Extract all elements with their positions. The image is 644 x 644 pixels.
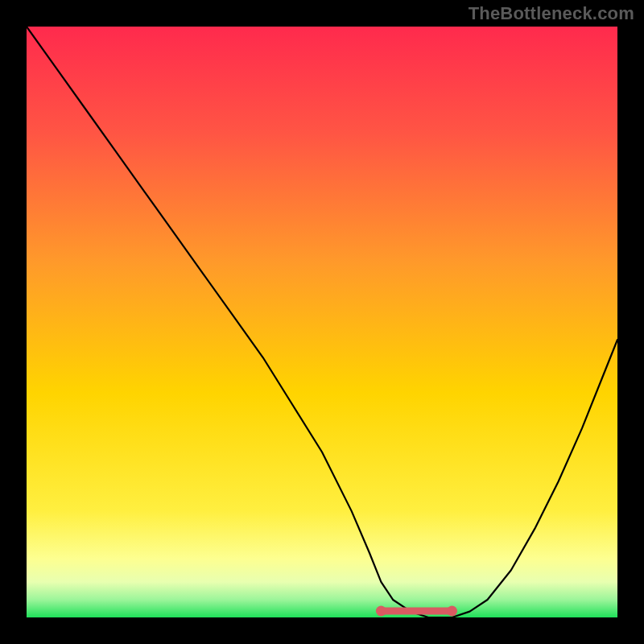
watermark-text: TheBottleneck.com: [469, 3, 634, 24]
chart-frame: TheBottleneck.com: [0, 0, 644, 644]
gradient-background: [27, 27, 617, 617]
svg-point-1: [376, 606, 386, 617]
bottleneck-chart: [27, 27, 617, 617]
svg-point-2: [447, 606, 457, 617]
